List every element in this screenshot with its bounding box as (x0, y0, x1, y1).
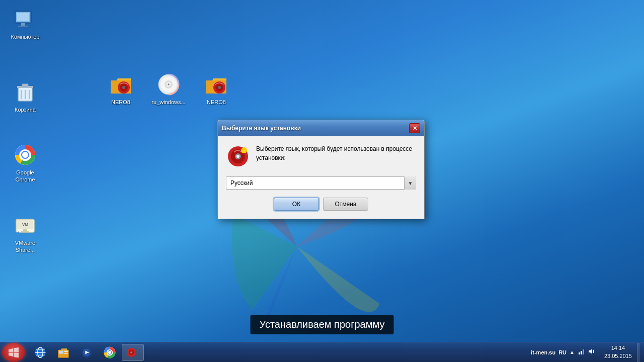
cancel-button[interactable]: Отмена (323, 198, 368, 211)
dialog-body: ! Выберите язык, который будет использов… (218, 136, 424, 219)
dialog-titlebar: Выберите язык установки ✕ (218, 120, 424, 136)
language-dialog: Выберите язык установки ✕ (217, 120, 425, 219)
dialog-message: Выберите язык, который будет использован… (256, 144, 416, 168)
dialog-title: Выберите язык установки (222, 125, 409, 132)
language-dropdown-row: Русский English Deutsch Français Español… (226, 176, 416, 190)
dialog-overlay: Выберите язык установки ✕ (0, 0, 644, 362)
dialog-install-icon: ! (226, 144, 250, 168)
dialog-close-button[interactable]: ✕ (409, 123, 420, 133)
language-select[interactable]: Русский English Deutsch Français Español (226, 176, 416, 190)
dialog-content: ! Выберите язык, который будет использов… (226, 144, 416, 168)
language-select-wrapper[interactable]: Русский English Deutsch Français Español… (226, 176, 416, 190)
svg-text:!: ! (244, 149, 245, 153)
desktop: Компьютер Корзина (0, 0, 644, 362)
dialog-buttons: ОК Отмена (226, 198, 416, 211)
svg-point-34 (236, 155, 239, 158)
ok-button[interactable]: ОК (274, 198, 319, 211)
